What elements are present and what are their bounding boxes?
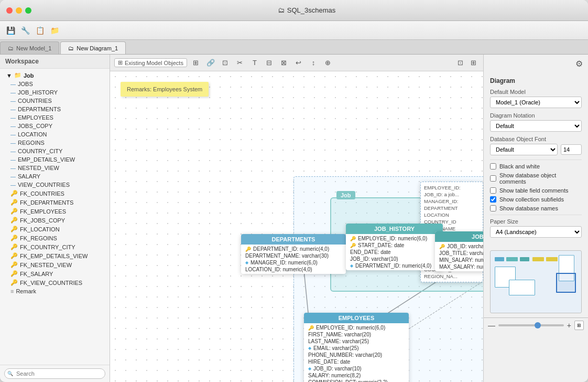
canvas-zoom-btn[interactable]: ⊞ — [467, 57, 479, 69]
sidebar-item-nested-view[interactable]: — NESTED_VIEW — [0, 164, 110, 172]
font-row: Default — [490, 144, 582, 155]
sticky-note[interactable]: Remarks: Employees System — [121, 82, 209, 97]
minimize-button[interactable] — [16, 7, 22, 14]
sidebar-item-fk-employees[interactable]: 🔑 FK_EMPLOYEES — [0, 207, 110, 216]
existing-objects-button[interactable]: ⊞ Existing Model Objects — [114, 58, 187, 67]
table-row: HIRE_DATE: date — [304, 358, 409, 365]
canvas-btn-redo[interactable]: ↕ — [308, 57, 319, 69]
canvas-fit-btn[interactable]: ⊡ — [454, 57, 466, 69]
right-panel: ⚙ Diagram Default Model Model_1 (Oracle)… — [483, 55, 588, 382]
notation-select[interactable]: Default — [490, 120, 582, 132]
key-icon: 🔑 — [10, 199, 18, 206]
table-row: MIN_SALARY: numeric(6,0) — [435, 257, 483, 263]
checkbox-field-comments[interactable]: Show table field comments — [490, 187, 582, 194]
canvas-btn-add[interactable]: ⊕ — [322, 57, 334, 69]
gear-button[interactable]: ⚙ — [575, 59, 583, 69]
table-row: END_DATE: date — [346, 249, 443, 256]
canvas-btn-undo[interactable]: ↩ — [293, 57, 304, 69]
canvas-btn-text[interactable]: T — [249, 57, 260, 69]
partial-row: MANAGER_ID: — [424, 198, 480, 205]
sidebar-item-jobs-copy[interactable]: — JOBS_COPY — [0, 122, 110, 130]
canvas-body[interactable]: Remarks: Employees System Job EMPLOYEE_I… — [110, 71, 483, 382]
zoom-minus-button[interactable]: — — [488, 321, 495, 330]
copy-button[interactable]: 📋 — [34, 24, 46, 37]
job-history-table[interactable]: JOB_HISTORY 🔑 EMPLOYEE_ID: numeric(6,0) … — [346, 224, 443, 270]
table-row: FIRST_NAME: varchar(20) — [304, 331, 409, 338]
canvas-btn-grid[interactable]: ⊞ — [190, 57, 202, 69]
partial-row: DEPARTMENT — [424, 205, 480, 211]
sidebar-item-fk-countries[interactable]: 🔑 FK_COUNTRIES — [0, 189, 110, 198]
sidebar-item-employees[interactable]: — EMPLOYEES — [0, 113, 110, 122]
sidebar-item-job-history[interactable]: — JOB_HISTORY — [0, 88, 110, 97]
checkbox-black-white[interactable]: Black and white — [490, 163, 582, 169]
tab-diagram[interactable]: 🗂 New Diagram_1 — [60, 41, 126, 54]
sidebar-item-salary[interactable]: — SALARY — [0, 172, 110, 181]
sidebar-item-country-city[interactable]: — COUNTRY_CITY — [0, 147, 110, 155]
canvas-btn-cut[interactable]: ✂ — [234, 57, 246, 69]
sidebar-item-view-countries[interactable]: — VIEW_COUNTRIES — [0, 181, 110, 189]
sidebar-item-regoins[interactable]: — REGOINS — [0, 139, 110, 147]
sidebar-item-fk-location[interactable]: 🔑 FK_LOCATION — [0, 225, 110, 234]
font-size-input[interactable] — [561, 144, 582, 155]
key-icon: 🔑 — [245, 247, 251, 252]
tab-model[interactable]: 🗂 New Model_1 — [0, 41, 59, 54]
zoom-slider[interactable] — [498, 324, 564, 326]
employees-table[interactable]: EMPLOYEES 🔑 EMPLOYEE_ID: numeric(6,0) FI… — [304, 313, 409, 382]
view-icon: — — [10, 182, 16, 188]
sidebar-item-remark[interactable]: ≡ Remark — [0, 287, 110, 295]
sidebar-item-fk-salary[interactable]: 🔑 FK_SALARY — [0, 269, 110, 278]
sidebar-item-location[interactable]: — LOCATION — [0, 130, 110, 139]
maximize-button[interactable] — [25, 7, 31, 14]
canvas-btn-minus[interactable]: ⊟ — [264, 57, 275, 69]
mini-preview — [490, 250, 582, 313]
canvas-btn-link[interactable]: 🔗 — [205, 57, 216, 69]
right-panel-header: ⚙ — [484, 55, 588, 73]
jobs-table[interactable]: JOBS 🔑 JOB_ID: varchar(10) JOB_TITLE: va… — [435, 231, 483, 271]
checkbox-collection[interactable]: Show collection subfields — [490, 196, 582, 203]
diamond-icon: ◆ — [308, 346, 311, 351]
default-model-select[interactable]: Model_1 (Oracle) — [490, 97, 582, 108]
sidebar-item-fk-regoins[interactable]: 🔑 FK_REGOINS — [0, 234, 110, 242]
sidebar-item-jobs[interactable]: — JOBS — [0, 80, 110, 88]
checkbox-field-comments-input[interactable] — [490, 187, 496, 194]
sidebar-item-fk-view-countries[interactable]: 🔑 FK_VIEW_COUNTRIES — [0, 278, 110, 287]
zoom-fit-button[interactable]: ⊞ — [574, 321, 584, 330]
sidebar-item-fk-departments[interactable]: 🔑 FK_DEPARTMENTS — [0, 198, 110, 207]
table-icon: — — [10, 115, 16, 121]
checkbox-db-names[interactable]: Show database names — [490, 205, 582, 211]
zoom-plus-button[interactable]: + — [567, 321, 571, 330]
tabs-bar: 🗂 New Model_1 🗂 New Diagram_1 — [0, 40, 588, 55]
view-icon: — — [10, 157, 16, 163]
checkbox-db-comments[interactable]: Show database object comments — [490, 172, 582, 185]
paper-size-select[interactable]: A4 (Landscape) — [490, 226, 582, 238]
checkbox-bw-input[interactable] — [490, 163, 496, 169]
sidebar-item-fk-country-city[interactable]: 🔑 FK_COUNTRY_CITY — [0, 242, 110, 251]
sidebar-search-area — [0, 365, 110, 382]
sidebar-header: Workspace — [0, 55, 110, 69]
default-model-label: Default Model — [490, 89, 582, 95]
checkbox-db-names-input[interactable] — [490, 205, 496, 211]
save-button[interactable]: 💾 — [4, 24, 17, 37]
sidebar-tree[interactable]: ▼ 📁 Job — JOBS — JOB_HISTORY — COUNTRIES — [0, 69, 110, 365]
diamond-icon: ◆ — [350, 263, 353, 268]
sidebar-item-emp-details[interactable]: — EMP_DETAILS_VIEW — [0, 155, 110, 164]
canvas-area: ⊞ Existing Model Objects ⊞ 🔗 ⊡ ✂ T ⊟ ⊠ ↩… — [110, 55, 483, 382]
canvas-btn-box[interactable]: ⊡ — [220, 57, 231, 69]
sidebar-item-fk-emp-details[interactable]: 🔑 FK_EMP_DETAILS_VIEW — [0, 251, 110, 260]
main-toolbar: 💾 🔧 📋 📁 — [0, 21, 588, 40]
sidebar-item-countries[interactable]: — COUNTRIES — [0, 97, 110, 105]
search-input[interactable] — [4, 368, 105, 379]
canvas-btn-image[interactable]: ⊠ — [278, 57, 290, 69]
sidebar-item-job[interactable]: ▼ 📁 Job — [0, 71, 110, 80]
departments-table[interactable]: DEPARTMENTS 🔑 DEPARTMENT_ID: numeric(4,0… — [241, 234, 346, 274]
settings-button[interactable]: 🔧 — [19, 24, 31, 37]
sidebar-item-fk-nested-view[interactable]: 🔑 FK_NESTED_VIEW — [0, 260, 110, 269]
sidebar-item-departments[interactable]: — DEPARTMENTS — [0, 105, 110, 113]
close-button[interactable] — [6, 7, 13, 14]
sidebar-item-fk-jobs-copy[interactable]: 🔑 FK_JOBS_COPY — [0, 216, 110, 225]
checkbox-db-comments-input[interactable] — [490, 175, 496, 182]
table-row: PHONE_NUMBER: varchar(20) — [304, 352, 409, 358]
checkbox-collection-input[interactable] — [490, 196, 496, 203]
folder-button[interactable]: 📁 — [48, 24, 61, 37]
font-select[interactable]: Default — [490, 144, 558, 155]
